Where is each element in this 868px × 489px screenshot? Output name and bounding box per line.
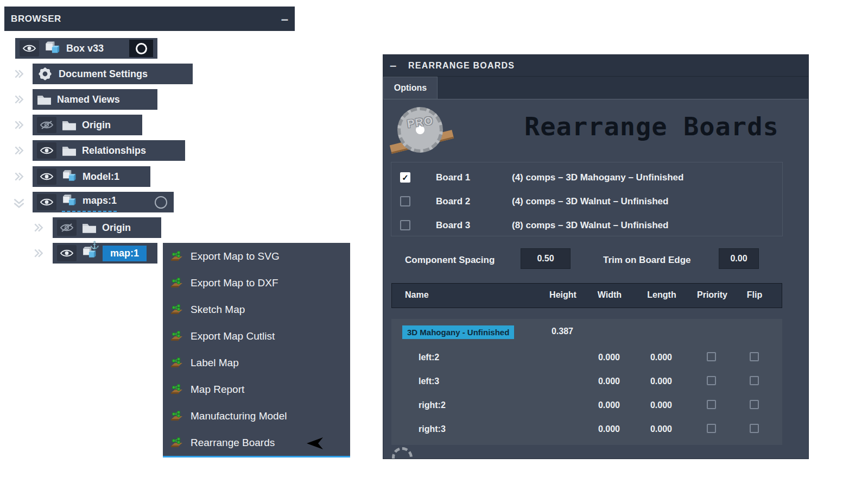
expand-chevron-icon[interactable]	[14, 120, 24, 130]
visibility-toggle[interactable]	[57, 220, 77, 236]
mouse-cursor	[307, 436, 328, 452]
component-row[interactable]: right:3 0.000 0.000	[391, 420, 782, 440]
activate-component-radio-empty[interactable]	[155, 196, 167, 209]
tab-options[interactable]: Options	[383, 77, 438, 99]
addin-icon	[170, 437, 183, 449]
component-width[interactable]: 0.000	[591, 353, 627, 362]
component-length[interactable]: 0.000	[641, 400, 681, 410]
component-length[interactable]: 0.000	[641, 353, 681, 362]
flip-checkbox[interactable]	[750, 376, 759, 385]
board-row[interactable]: Board 3 (8) comps – 3D Walnut – Unfinish…	[391, 216, 782, 235]
menu-item-export-map-to-svg[interactable]: Export Map to SVG	[163, 243, 350, 269]
trim-on-board-edge-input[interactable]	[719, 248, 759, 269]
component-name: left:2	[419, 353, 439, 362]
tree-label: maps:1	[83, 195, 117, 206]
component-width[interactable]: 0.000	[591, 400, 627, 410]
boards-list: ✓ Board 1 (4) comps – 3D Mahogany – Unfi…	[391, 162, 782, 236]
tree-row-relationships[interactable]: Relationships	[33, 140, 185, 161]
tree-label: Origin	[82, 120, 111, 131]
browser-minimize-button[interactable]: –	[281, 14, 288, 24]
flip-checkbox[interactable]	[750, 352, 759, 361]
component-spacing-input[interactable]	[521, 248, 571, 269]
addin-icon	[170, 304, 183, 316]
dialog-heading: Rearrange Boards	[524, 111, 779, 141]
priority-checkbox[interactable]	[707, 376, 716, 385]
priority-checkbox[interactable]	[707, 400, 716, 409]
visibility-toggle[interactable]	[20, 40, 39, 57]
folder-icon	[62, 120, 77, 131]
component-row[interactable]: right:2 0.000 0.000	[391, 396, 782, 416]
tree-row-document-settings[interactable]: Document Settings	[33, 64, 193, 84]
component-length[interactable]: 0.000	[641, 424, 681, 434]
column-header-height: Height	[544, 290, 582, 300]
menu-item-label: Manufacturing Model	[191, 410, 287, 422]
visibility-toggle[interactable]	[37, 142, 56, 159]
board-checkbox[interactable]	[400, 196, 410, 206]
browser-title: BROWSER	[11, 14, 61, 24]
dialog-minimize-button[interactable]: –	[390, 59, 408, 73]
component-width[interactable]: 0.000	[591, 377, 627, 386]
material-group-label[interactable]: 3D Mahogany - Unfinished	[402, 325, 514, 339]
addin-icon	[170, 410, 183, 422]
visibility-toggle[interactable]	[37, 117, 56, 133]
board-row[interactable]: Board 2 (4) comps – 3D Walnut – Unfinish…	[391, 192, 782, 211]
expand-chevron-icon[interactable]	[34, 222, 43, 233]
board-row[interactable]: ✓ Board 1 (4) comps – 3D Mahogany – Unfi…	[391, 168, 782, 187]
menu-item-label: Label Map	[191, 357, 239, 369]
tree-row-map-1[interactable]: ⚓ map:1	[53, 243, 157, 264]
eye-icon	[22, 43, 36, 53]
expand-chevron-icon[interactable]	[14, 171, 24, 182]
tree-row-origin-child[interactable]: Origin	[53, 217, 161, 238]
expand-chevron-icon[interactable]	[14, 145, 24, 156]
tree-row-box-v33[interactable]: Box v33	[15, 38, 157, 59]
visibility-toggle[interactable]	[57, 245, 77, 261]
folder-icon	[82, 222, 97, 234]
component-anchor-icon: ⚓	[82, 245, 97, 261]
menu-item-export-map-cutlist[interactable]: Export Map Cutlist	[163, 323, 350, 349]
visibility-toggle[interactable]	[37, 168, 56, 185]
expand-chevron-icon[interactable]	[34, 248, 43, 259]
component-icon	[62, 168, 77, 185]
board-checkbox[interactable]: ✓	[400, 172, 410, 183]
eye-off-icon	[60, 223, 74, 233]
eye-icon	[40, 197, 54, 207]
trim-on-board-edge-label: Trim on Board Edge	[603, 255, 691, 266]
flip-checkbox[interactable]	[750, 400, 759, 409]
menu-item-label: Export Map to SVG	[191, 250, 280, 262]
menu-item-label-map[interactable]: Label Map	[163, 349, 350, 376]
collapse-chevron-icon[interactable]	[13, 198, 25, 209]
flip-checkbox[interactable]	[750, 424, 759, 433]
tree-label: Origin	[102, 222, 131, 234]
board-name: Board 3	[436, 220, 470, 231]
priority-checkbox[interactable]	[707, 424, 716, 433]
priority-checkbox[interactable]	[707, 352, 716, 361]
column-header-width: Width	[592, 290, 628, 300]
expand-chevron-icon[interactable]	[14, 94, 24, 105]
dialog-tabstrip: Options	[383, 77, 808, 99]
visibility-toggle[interactable]	[37, 194, 56, 210]
eye-icon	[60, 248, 74, 258]
column-header-priority: Priority	[690, 290, 734, 300]
tree-label: Box v33	[66, 43, 104, 54]
tree-row-maps-1[interactable]: maps:1	[33, 192, 174, 212]
component-row[interactable]: left:3 0.000 0.000	[391, 372, 782, 392]
component-row[interactable]: left:2 0.000 0.000	[391, 348, 782, 368]
tree-row-named-views[interactable]: Named Views	[33, 89, 157, 110]
menu-item-map-report[interactable]: Map Report	[163, 376, 350, 403]
activate-component-radio[interactable]	[129, 40, 153, 57]
menu-item-export-map-to-dxf[interactable]: Export Map to DXF	[163, 269, 350, 296]
board-checkbox[interactable]	[400, 220, 410, 230]
browser-panel-header[interactable]: BROWSER –	[4, 7, 295, 31]
component-width[interactable]: 0.000	[591, 424, 627, 434]
tree-row-model-1[interactable]: Model:1	[33, 166, 150, 187]
tree-label: Document Settings	[59, 68, 148, 80]
tree-row-origin[interactable]: Origin	[33, 115, 142, 135]
board-name: Board 2	[436, 196, 470, 207]
dialog-titlebar[interactable]: – REARRANGE BOARDS	[383, 55, 808, 77]
menu-item-sketch-map[interactable]: Sketch Map	[163, 296, 350, 323]
menu-item-manufacturing-model[interactable]: Manufacturing Model	[163, 403, 350, 429]
expand-chevron-icon[interactable]	[14, 68, 24, 79]
in-context-edit-indicator: maps:1	[62, 193, 117, 212]
component-length[interactable]: 0.000	[641, 377, 681, 386]
eye-icon	[40, 146, 54, 155]
